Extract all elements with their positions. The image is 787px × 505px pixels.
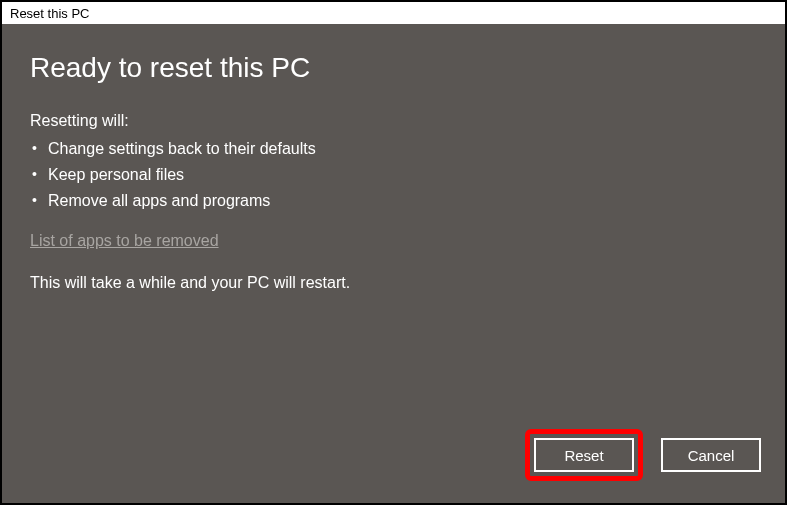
reset-button-highlight: Reset bbox=[525, 429, 643, 481]
resetting-subheading: Resetting will: bbox=[30, 112, 757, 130]
dialog-content: Ready to reset this PC Resetting will: C… bbox=[2, 24, 785, 503]
reset-button[interactable]: Reset bbox=[534, 438, 634, 472]
window-title: Reset this PC bbox=[10, 6, 89, 21]
cancel-button[interactable]: Cancel bbox=[661, 438, 761, 472]
window-titlebar: Reset this PC bbox=[2, 2, 785, 24]
page-heading: Ready to reset this PC bbox=[30, 52, 757, 84]
dialog-button-row: Reset Cancel bbox=[525, 429, 761, 481]
apps-to-remove-link[interactable]: List of apps to be removed bbox=[30, 232, 757, 250]
reset-actions-list: Change settings back to their defaults K… bbox=[30, 140, 757, 218]
reset-pc-window: Reset this PC Ready to reset this PC Res… bbox=[0, 0, 787, 505]
list-item: Remove all apps and programs bbox=[30, 192, 757, 210]
restart-note: This will take a while and your PC will … bbox=[30, 274, 757, 292]
list-item: Change settings back to their defaults bbox=[30, 140, 757, 158]
list-item: Keep personal files bbox=[30, 166, 757, 184]
